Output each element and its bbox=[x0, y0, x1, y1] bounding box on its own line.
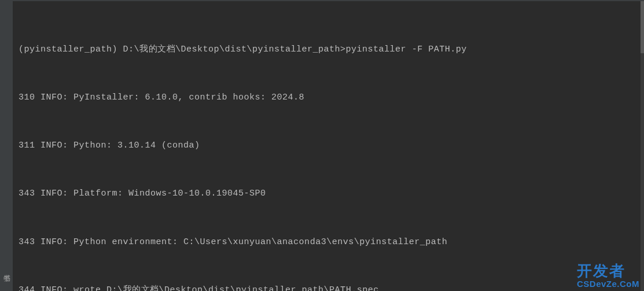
env-name: (pyinstaller_path) bbox=[19, 45, 117, 54]
log-level: INFO: bbox=[41, 237, 68, 247]
log-line: 344 INFO: wrote D:\我的文档\Desktop\dist\pyi… bbox=[19, 282, 635, 291]
terminal-panel: 书签 结构 (pyinstaller_path) D:\我的文档\Desktop… bbox=[0, 0, 644, 291]
log-line: 311 INFO: Python: 3.10.14 (conda) bbox=[19, 138, 635, 154]
log-ts: 310 bbox=[19, 93, 35, 102]
log-level: INFO: bbox=[41, 141, 68, 150]
log-line: 310 INFO: PyInstaller: 6.10.0, contrib h… bbox=[19, 90, 635, 106]
terminal-output[interactable]: (pyinstaller_path) D:\我的文档\Desktop\dist\… bbox=[13, 1, 641, 291]
log-msg: PyInstaller: 6.10.0, contrib hooks: 2024… bbox=[73, 93, 304, 102]
side-tab-strip: 书签 结构 bbox=[0, 1, 13, 291]
prompt-line: (pyinstaller_path) D:\我的文档\Desktop\dist\… bbox=[19, 42, 635, 58]
log-ts: 311 bbox=[19, 141, 35, 150]
vertical-scrollbar[interactable] bbox=[641, 1, 644, 291]
log-line: 343 INFO: Platform: Windows-10-10.0.1904… bbox=[19, 186, 635, 202]
command-text: pyinstaller -F PATH.py bbox=[346, 45, 467, 54]
log-ts: 343 bbox=[19, 189, 35, 198]
log-line: 343 INFO: Python environment: C:\Users\x… bbox=[19, 234, 635, 251]
log-msg: Python environment: C:\Users\xunyuan\ana… bbox=[73, 237, 447, 247]
log-ts: 343 bbox=[19, 237, 35, 247]
log-msg: Python: 3.10.14 (conda) bbox=[73, 141, 200, 150]
log-level: INFO: bbox=[41, 93, 68, 102]
log-msg: Platform: Windows-10-10.0.19045-SP0 bbox=[73, 189, 266, 198]
log-ts: 344 bbox=[19, 285, 35, 291]
scrollbar-thumb[interactable] bbox=[641, 1, 644, 53]
prompt-cwd: D:\我的文档\Desktop\dist\pyinstaller_path> bbox=[123, 45, 346, 54]
log-level: INFO: bbox=[41, 189, 68, 198]
log-level: INFO: bbox=[41, 285, 68, 291]
log-msg: wrote D:\我的文档\Desktop\dist\pyinstaller_p… bbox=[73, 285, 379, 291]
